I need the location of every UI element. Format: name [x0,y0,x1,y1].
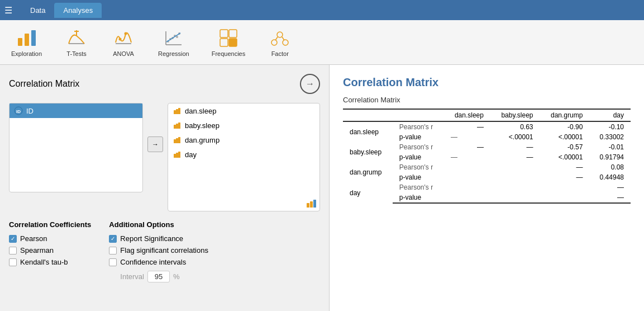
confidence-intervals-checkbox[interactable] [109,258,117,266]
svg-rect-41 [307,203,309,208]
cell-val: — [540,172,590,182]
svg-rect-43 [313,200,316,208]
variables-section: ID ID → dan.sleep [9,103,320,211]
tool-frequencies[interactable]: Frequencies [207,26,250,59]
svg-rect-19 [229,30,237,37]
cell-val: — [589,182,631,192]
main-content: Correlation Matrix → ID ID → [0,65,644,311]
svg-rect-39 [176,153,178,158]
svg-rect-18 [220,30,228,37]
cell-stat: Pearson's r [393,121,444,132]
tool-ttests[interactable]: T-Tests [60,26,93,59]
pearson-checkbox[interactable] [9,235,17,243]
anova-icon [113,28,133,48]
cell-val: — [444,142,490,152]
left-panel: Correlation Matrix → ID ID → [0,65,330,311]
variable-label-id: ID [26,107,34,115]
cell-val: — [444,132,490,142]
variable-item-day[interactable]: day [168,147,319,162]
kendall-option[interactable]: Kendall's tau-b [9,258,91,266]
variable-label-day: day [185,150,197,159]
chart-corner-icon [306,197,317,209]
variable-label-dan-grump: dan.grump [185,136,220,144]
tool-anova[interactable]: ANOVA [107,26,140,59]
cell-val: <.00001 [490,132,540,142]
svg-rect-32 [174,125,176,129]
cell-stat: p-value [393,172,444,182]
svg-rect-33 [176,124,178,129]
svg-point-8 [125,32,127,35]
tool-factor[interactable]: Factor [263,26,297,59]
confidence-intervals-option[interactable]: Confidence intervals [109,258,208,266]
svg-rect-1 [25,34,29,46]
kendall-label: Kendall's tau-b [20,258,68,266]
tool-exploration[interactable]: Exploration [7,26,46,59]
col-header-dan-grump: dan.grump [540,109,590,121]
flag-significant-checkbox[interactable] [109,247,117,255]
cell-val: — [540,162,590,172]
cell-val: -0.57 [540,142,590,152]
svg-rect-40 [178,152,180,158]
kendall-checkbox[interactable] [9,258,17,266]
continuous-icon-dan-sleep [173,106,182,115]
variable-label-dan-sleep: dan.sleep [185,107,216,115]
tab-analyses[interactable]: Analyses [54,3,102,18]
continuous-icon-day [173,150,182,159]
cell-val [444,182,490,192]
right-variable-box: dan.sleep baby.sleep dan.grump [168,103,320,211]
svg-rect-36 [176,138,178,143]
cell-stat: p-value [393,152,444,162]
cell-stat: p-value [393,192,444,203]
transfer-button[interactable]: → [147,136,163,152]
run-button[interactable]: → [300,74,320,94]
result-subtitle: Correlation Matrix [343,96,631,104]
svg-rect-29 [174,110,176,114]
interval-input[interactable] [147,271,170,282]
factor-label: Factor [271,50,289,57]
cell-val: 0.44948 [589,172,631,182]
id-variable-icon: ID [14,106,23,115]
pearson-option[interactable]: Pearson [9,234,91,243]
right-panel: Correlation Matrix Correlation Matrix da… [330,65,644,311]
variable-item-id[interactable]: ID ID [9,103,142,118]
pearson-label: Pearson [20,234,47,243]
spearman-option[interactable]: Spearman [9,246,91,255]
cell-val [444,192,490,203]
continuous-icon-baby-sleep [173,121,182,130]
variable-item-dan-sleep[interactable]: dan.sleep [168,103,319,118]
continuous-icon-dan-grump [173,135,182,144]
additional-options-group: Additional Options Report Significance F… [109,220,208,282]
cell-val: 0.91794 [589,152,631,162]
table-header-row: dan.sleep baby.sleep dan.grump day [343,109,631,121]
variable-item-baby-sleep[interactable]: baby.sleep [168,118,319,133]
toolbar: Exploration T-Tests ANOVA [0,20,644,65]
variable-label-baby-sleep: baby.sleep [185,121,220,130]
svg-text:ID: ID [16,109,21,114]
cell-val: -0.10 [589,121,631,132]
table-row: day Pearson's r — [343,182,631,192]
cell-val: 0.08 [589,162,631,172]
report-significance-option[interactable]: Report Significance [109,234,208,243]
factor-icon [270,28,290,48]
tab-data[interactable]: Data [21,3,54,18]
row-label-baby-sleep: baby.sleep [343,142,393,162]
frequencies-icon [218,28,238,48]
cell-val [540,192,590,203]
hamburger-icon[interactable]: ☰ [4,5,12,16]
svg-rect-21 [229,39,237,46]
cell-val: — [490,152,540,162]
col-header-empty1 [343,109,393,121]
spearman-checkbox[interactable] [9,247,17,255]
cell-val: <.00001 [540,152,590,162]
svg-rect-34 [178,122,180,129]
variable-item-dan-grump[interactable]: dan.grump [168,133,319,147]
flag-significant-option[interactable]: Flag significant correlations [109,246,208,255]
result-title: Correlation Matrix [343,76,631,89]
tool-regression[interactable]: Regression [154,26,194,59]
svg-line-26 [282,37,284,40]
cell-val [540,182,590,192]
cell-val [444,172,490,182]
top-bar: ☰ Data Analyses [0,0,644,20]
report-significance-checkbox[interactable] [109,235,117,243]
svg-point-24 [283,40,288,45]
